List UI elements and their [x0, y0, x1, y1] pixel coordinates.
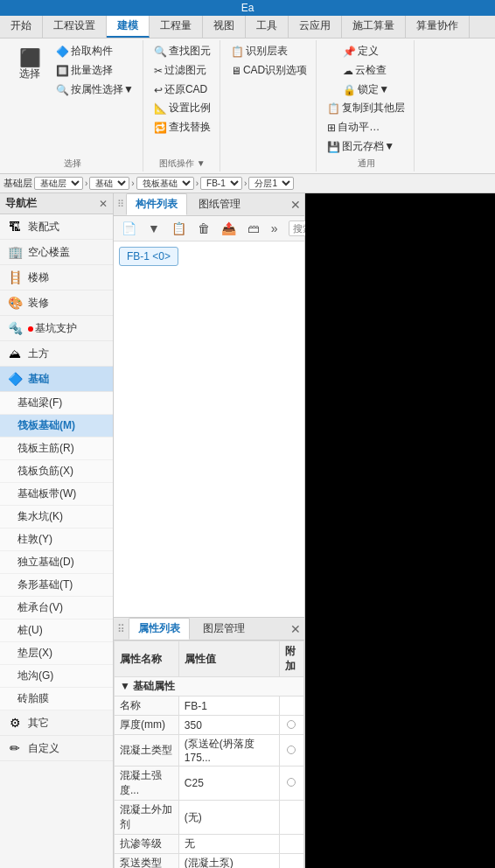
subitem-brick-mold[interactable]: 砖胎膜	[0, 688, 113, 710]
decoration-icon: 🎨	[7, 295, 23, 311]
tab-layer-management[interactable]: 图层管理	[193, 618, 254, 640]
subitem-raft-neg-bar[interactable]: 筏板负筋(X)	[0, 460, 113, 483]
tab-modeling[interactable]: 建模	[107, 16, 150, 38]
subitem-trench[interactable]: 地沟(G)	[0, 665, 113, 688]
prop-conc-str-add[interactable]	[279, 766, 303, 801]
tab-drawing-management[interactable]: 图纸管理	[189, 193, 250, 215]
more-button[interactable]: »	[267, 219, 282, 238]
foundation-label: 基础	[28, 372, 49, 387]
copy-layer-button[interactable]: 📋 复制到其他层	[324, 99, 408, 117]
property-button[interactable]: 🗃	[243, 219, 264, 238]
tab-tools[interactable]: 工具	[246, 16, 289, 38]
prop-perm-value[interactable]: 无	[178, 835, 279, 854]
property-select-button[interactable]: 🔍 按属性选择▼	[52, 80, 137, 99]
lock-button[interactable]: 🔒 锁定▼	[339, 80, 393, 99]
sidebar-item-foundation-support[interactable]: 🔩 基坑支护	[0, 316, 113, 341]
bc-type: 筏板基础	[136, 177, 194, 190]
set-scale-button[interactable]: 📐 设置比例	[150, 99, 214, 117]
define-button[interactable]: 📌 定义	[339, 42, 393, 60]
layer-icon: 📋	[231, 46, 244, 58]
prop-conc-str-value[interactable]: C25	[178, 766, 279, 801]
tab-cloud[interactable]: 云应用	[289, 16, 342, 38]
scale-icon: 📐	[154, 102, 167, 115]
subitem-pile[interactable]: 桩(U)	[0, 620, 113, 642]
center-panel: ⠿ 构件列表 图纸管理 ✕ 📄 ▼ 📋 🗑 📤 🗃 » 🔍 FB-1 <0>	[114, 193, 305, 868]
prop-conc-type-add[interactable]	[279, 735, 303, 766]
component-panel-close[interactable]: ✕	[290, 198, 301, 212]
prop-conc-str-label[interactable]: 混凝土强度...	[115, 766, 179, 801]
sidebar-subitems: 基础梁(F) 筏板基础(M) 筏板主筋(R) 筏板负筋(X) 基础板带(W) 集…	[0, 392, 113, 710]
archive-button[interactable]: 💾 图元存档▼	[324, 137, 408, 156]
bc-layer-dropdown[interactable]: 分层1	[248, 177, 294, 190]
subitem-cushion[interactable]: 垫层(X)	[0, 642, 113, 665]
drag-handle-comp[interactable]: ⠿	[117, 199, 124, 210]
drag-handle-props[interactable]: ⠿	[117, 623, 125, 635]
tab-project-settings[interactable]: 工程设置	[43, 16, 107, 38]
prop-conc-type-label[interactable]: 混凝土类型	[115, 735, 179, 766]
sidebar-item-stair[interactable]: 🪜 楼梯	[0, 265, 113, 290]
cad-canvas[interactable]: Y X	[305, 193, 496, 868]
tab-view[interactable]: 视图	[203, 16, 246, 38]
tab-property-list[interactable]: 属性列表	[129, 618, 190, 640]
subitem-isolated-foundation[interactable]: 独立基础(D)	[0, 551, 113, 574]
prop-additive-value[interactable]: (无)	[178, 801, 279, 835]
batch-select-button[interactable]: 🔲 批量选择	[52, 61, 137, 80]
sidebar-item-assembly[interactable]: 🏗 装配式	[0, 214, 113, 240]
pick-component-button[interactable]: 🔷 拾取构件	[52, 42, 137, 60]
props-scroll: 属性名称 属性值 附加 ▼ 基础属性 名称 FB-1	[114, 640, 304, 868]
filter-icon: ✂	[154, 65, 163, 77]
bc-category-dropdown[interactable]: 基础	[89, 177, 129, 190]
subitem-raft-main-bar[interactable]: 筏板主筋(R)	[0, 438, 113, 460]
sidebar-close-button[interactable]: ✕	[99, 198, 108, 210]
sidebar-item-other[interactable]: ⚙ 其它	[0, 710, 113, 736]
tab-quantity[interactable]: 工程量	[150, 16, 203, 38]
new-component-button[interactable]: 📄	[117, 219, 141, 238]
select-label: 选择	[19, 66, 40, 81]
cad-identify-button[interactable]: 🖥 CAD识别选项	[227, 61, 310, 80]
pick-icon: 🔷	[56, 46, 69, 58]
props-panel-close[interactable]: ✕	[290, 622, 301, 636]
filter-element-button[interactable]: ✂ 过滤图元	[150, 61, 214, 80]
auto-flat-button[interactable]: ⊞ 自动平…	[324, 118, 408, 136]
copy-to-button[interactable]: 📤	[217, 219, 241, 238]
tab-component-list[interactable]: 构件列表	[126, 193, 187, 215]
prop-icon: 🔍	[56, 84, 69, 96]
sidebar-item-decoration[interactable]: 🎨 装修	[0, 290, 113, 316]
find-element-button[interactable]: 🔍 查找图元	[150, 42, 214, 60]
sidebar-item-foundation[interactable]: 🔷 基础	[0, 367, 113, 392]
subitem-raft-foundation[interactable]: 筏板基础(M)	[0, 415, 113, 438]
subitem-column-pier[interactable]: 柱敦(Y)	[0, 528, 113, 551]
select-button[interactable]: ⬛ 选择	[9, 42, 51, 88]
identify-col: 📋 识别层表 🖥 CAD识别选项	[227, 42, 310, 80]
restore-cad-button[interactable]: ↩ 还原CAD	[150, 80, 214, 99]
bc-floor-dropdown[interactable]: 基础层	[34, 177, 83, 190]
prop-name-value[interactable]: FB-1	[178, 696, 279, 716]
subitem-sump[interactable]: 集水坑(K)	[0, 506, 113, 528]
subitem-pile-cap[interactable]: 桩承台(V)	[0, 597, 113, 620]
sidebar-item-earthwork[interactable]: ⛰ 土方	[0, 341, 113, 367]
prop-thick-add[interactable]	[279, 716, 303, 735]
prop-thick-value[interactable]: 350	[178, 716, 279, 735]
tab-start[interactable]: 开始	[0, 16, 43, 38]
cloud-check-button[interactable]: ☁ 云检查	[339, 61, 393, 80]
identify-layer-button[interactable]: 📋 识别层表	[227, 42, 310, 60]
subitem-foundation-beam[interactable]: 基础梁(F)	[0, 392, 113, 415]
subitem-foundation-band[interactable]: 基础板带(W)	[0, 483, 113, 506]
hollow-label: 空心楼盖	[28, 245, 70, 260]
find-replace-button[interactable]: 🔁 查找替换	[150, 118, 214, 136]
subitem-strip-foundation[interactable]: 条形基础(T)	[0, 574, 113, 597]
bc-component-dropdown[interactable]: FB-1	[200, 177, 242, 190]
prop-additive-label[interactable]: 混凝土外加剂	[115, 801, 179, 835]
component-item-fb1[interactable]: FB-1 <0>	[119, 247, 178, 266]
bc-type-dropdown[interactable]: 筏板基础	[136, 177, 194, 190]
prop-row-pump-type: 泵送类型 (混凝土泵)	[115, 854, 304, 869]
new-dropdown-button[interactable]: ▼	[143, 219, 164, 238]
tab-collab[interactable]: 算量协作	[406, 16, 470, 38]
delete-component-button[interactable]: 🗑	[193, 219, 214, 238]
tab-construction[interactable]: 施工算量	[342, 16, 406, 38]
prop-pump-value[interactable]: (混凝土泵)	[178, 854, 279, 869]
copy-component-button[interactable]: 📋	[167, 219, 191, 238]
prop-conc-type-value[interactable]: (泵送砼(坍落度175...	[178, 735, 279, 766]
sidebar-item-custom[interactable]: ✏ 自定义	[0, 736, 113, 761]
sidebar-item-hollow[interactable]: 🏢 空心楼盖	[0, 240, 113, 265]
